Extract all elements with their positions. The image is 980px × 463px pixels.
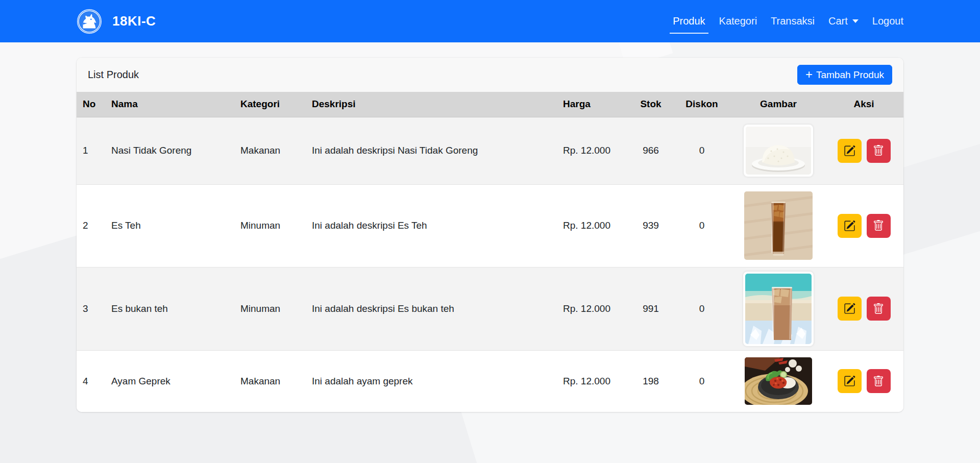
col-header-diskon: Diskon	[671, 92, 732, 117]
cell-nama: Nasi Tidak Goreng	[102, 117, 231, 184]
delete-button[interactable]	[867, 369, 891, 393]
ayam-geprek-photo	[745, 357, 812, 405]
col-header-kategori: Kategori	[231, 92, 303, 117]
brand[interactable]: 18KI-C	[77, 9, 156, 34]
main-content: List Produk + Tambah Produk No Nama Kate…	[0, 58, 980, 412]
cell-harga: Rp. 12.000	[554, 184, 630, 267]
nav-item-produk-label: Produk	[673, 15, 705, 27]
ayam-geprek-photo-image	[745, 357, 812, 405]
navbar-container: 18KI-C Produk Kategori Transaksi Cart Lo…	[77, 9, 903, 34]
table-row: 3 Es bukan teh Minuman Ini adalah deskri…	[77, 267, 903, 350]
col-header-stok: Stok	[630, 92, 671, 117]
cell-deskripsi: Ini adalah ayam geprek	[303, 350, 554, 412]
trash-icon	[873, 145, 884, 156]
cell-diskon: 0	[671, 184, 732, 267]
nav-item-transaksi-label: Transaksi	[771, 15, 815, 27]
cell-no: 3	[77, 267, 102, 350]
es-teh-photo	[744, 191, 813, 260]
edit-button[interactable]	[838, 297, 862, 321]
nav-item-logout[interactable]: Logout	[872, 15, 903, 27]
product-table: No Nama Kategori Deskripsi Harga Stok Di…	[77, 92, 903, 412]
cell-gambar	[732, 267, 824, 350]
trash-icon	[873, 220, 884, 231]
col-header-harga: Harga	[554, 92, 630, 117]
top-navbar: 18KI-C Produk Kategori Transaksi Cart Lo…	[0, 0, 980, 42]
trash-icon	[873, 303, 884, 314]
col-header-no: No	[77, 92, 102, 117]
nasi-putih-photo-image	[746, 127, 811, 175]
plus-icon: +	[805, 68, 813, 81]
nav-links: Produk Kategori Transaksi Cart Logout	[673, 15, 903, 27]
cell-kategori: Makanan	[231, 350, 303, 412]
col-header-nama: Nama	[102, 92, 231, 117]
nav-item-kategori[interactable]: Kategori	[719, 15, 757, 27]
col-header-deskripsi: Deskripsi	[303, 92, 554, 117]
cell-gambar	[732, 184, 824, 267]
delete-button[interactable]	[867, 297, 891, 321]
nasi-putih-photo	[744, 125, 813, 177]
delete-button[interactable]	[867, 139, 891, 163]
cell-aksi	[824, 267, 903, 350]
col-header-aksi: Aksi	[824, 92, 903, 117]
brand-name: 18KI-C	[112, 13, 156, 29]
product-list-card: List Produk + Tambah Produk No Nama Kate…	[77, 58, 903, 412]
cell-gambar	[732, 117, 824, 184]
cell-aksi	[824, 350, 903, 412]
dino-logo-icon	[77, 9, 102, 34]
cell-nama: Ayam Geprek	[102, 350, 231, 412]
page-title: List Produk	[88, 69, 139, 81]
pencil-square-icon	[844, 375, 855, 387]
pencil-square-icon	[844, 145, 855, 157]
table-header-row: No Nama Kategori Deskripsi Harga Stok Di…	[77, 92, 903, 117]
table-row: 1 Nasi Tidak Goreng Makanan Ini adalah d…	[77, 117, 903, 184]
cell-stok: 966	[630, 117, 671, 184]
cell-no: 2	[77, 184, 102, 267]
cell-stok: 198	[630, 350, 671, 412]
edit-button[interactable]	[838, 214, 862, 238]
caret-down-icon	[852, 19, 859, 23]
cell-harga: Rp. 12.000	[554, 350, 630, 412]
table-row: 4 Ayam Geprek Makanan Ini adalah ayam ge…	[77, 350, 903, 412]
cell-gambar	[732, 350, 824, 412]
trash-icon	[873, 376, 884, 387]
cell-diskon: 0	[671, 267, 732, 350]
es-teh-photo-image	[744, 191, 813, 260]
cell-deskripsi: Ini adalah deskripsi Es Teh	[303, 184, 554, 267]
cell-kategori: Minuman	[231, 184, 303, 267]
cell-no: 1	[77, 117, 102, 184]
cell-aksi	[824, 117, 903, 184]
edit-button[interactable]	[838, 369, 862, 393]
card-header: List Produk + Tambah Produk	[77, 58, 903, 92]
add-product-button-label: Tambah Produk	[816, 69, 884, 81]
nav-item-cart-label: Cart	[828, 15, 848, 27]
col-header-gambar: Gambar	[732, 92, 824, 117]
cell-nama: Es Teh	[102, 184, 231, 267]
nav-item-logout-label: Logout	[872, 15, 903, 27]
cell-stok: 939	[630, 184, 671, 267]
nav-item-transaksi[interactable]: Transaksi	[771, 15, 815, 27]
cell-stok: 991	[630, 267, 671, 350]
cell-harga: Rp. 12.000	[554, 117, 630, 184]
cell-diskon: 0	[671, 350, 732, 412]
edit-button[interactable]	[838, 139, 862, 163]
nav-item-cart-dropdown[interactable]: Cart	[828, 15, 859, 27]
cell-no: 4	[77, 350, 102, 412]
cell-harga: Rp. 12.000	[554, 267, 630, 350]
table-row: 2 Es Teh Minuman Ini adalah deskripsi Es…	[77, 184, 903, 267]
cell-nama: Es bukan teh	[102, 267, 231, 350]
add-product-button[interactable]: + Tambah Produk	[797, 65, 892, 85]
cell-deskripsi: Ini adalah deskripsi Es bukan teh	[303, 267, 554, 350]
es-kopi-susu-photo-image	[745, 274, 812, 344]
pencil-square-icon	[844, 303, 855, 314]
es-kopi-susu-photo	[743, 272, 814, 346]
cell-aksi	[824, 184, 903, 267]
cell-diskon: 0	[671, 117, 732, 184]
cell-kategori: Makanan	[231, 117, 303, 184]
nav-item-kategori-label: Kategori	[719, 15, 757, 27]
cell-kategori: Minuman	[231, 267, 303, 350]
delete-button[interactable]	[867, 214, 891, 238]
nav-item-produk[interactable]: Produk	[673, 15, 705, 27]
pencil-square-icon	[844, 220, 855, 232]
cell-deskripsi: Ini adalah deskripsi Nasi Tidak Goreng	[303, 117, 554, 184]
